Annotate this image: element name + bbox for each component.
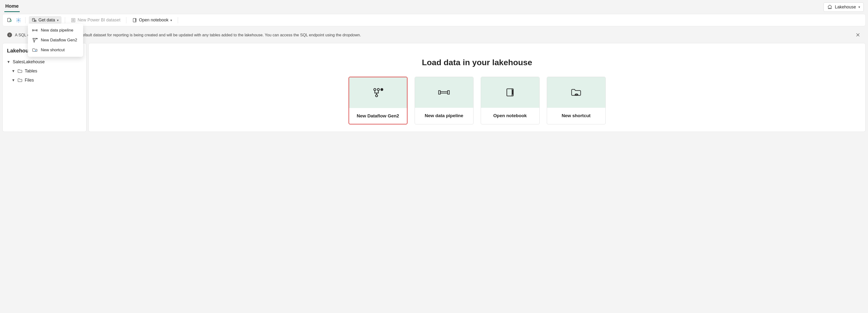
tree-item-tables[interactable]: ▾ Tables bbox=[5, 66, 84, 76]
tree-item-label: Files bbox=[25, 78, 34, 83]
svg-point-15 bbox=[136, 19, 136, 19]
chevron-down-icon: ▾ bbox=[858, 5, 860, 9]
svg-point-28 bbox=[375, 94, 378, 97]
dataflow-icon bbox=[373, 87, 383, 98]
new-powerbi-dataset-button[interactable]: New Power BI dataset bbox=[68, 16, 123, 24]
card-new-shortcut[interactable]: New shortcut bbox=[547, 77, 606, 124]
pipeline-icon bbox=[438, 88, 450, 96]
pipeline-icon bbox=[32, 28, 37, 33]
svg-point-23 bbox=[36, 38, 37, 39]
get-data-dropdown: New data pipeline New Dataflow Gen2 New … bbox=[28, 24, 83, 57]
get-data-button[interactable]: Get data ▾ bbox=[29, 16, 62, 24]
close-icon[interactable] bbox=[855, 32, 861, 38]
svg-rect-20 bbox=[33, 30, 36, 31]
menu-item-new-data-pipeline[interactable]: New data pipeline bbox=[28, 26, 83, 35]
svg-point-33 bbox=[513, 90, 513, 91]
main-canvas: Load data in your lakehouse New Dataflow… bbox=[88, 43, 866, 132]
chevron-down-icon: ▾ bbox=[11, 68, 15, 74]
svg-point-35 bbox=[513, 92, 513, 93]
card-label: Open notebook bbox=[481, 108, 539, 124]
home-tab[interactable]: Home bbox=[4, 2, 20, 12]
menu-item-new-dataflow-gen2[interactable]: New Dataflow Gen2 bbox=[28, 35, 83, 45]
lakehouse-icon bbox=[827, 5, 832, 9]
svg-point-24 bbox=[34, 41, 35, 42]
card-label: New data pipeline bbox=[415, 108, 473, 124]
dataflow-icon bbox=[32, 37, 37, 43]
refresh-icon[interactable] bbox=[6, 17, 13, 24]
card-label: New shortcut bbox=[547, 108, 606, 124]
svg-point-26 bbox=[377, 88, 379, 91]
header: Home Lakehouse ▾ bbox=[0, 0, 868, 12]
card-new-dataflow-gen2[interactable]: New Dataflow Gen2 bbox=[349, 77, 407, 124]
chevron-down-icon: ▾ bbox=[11, 78, 15, 83]
folder-icon bbox=[18, 78, 22, 82]
workspace-label: Lakehouse bbox=[835, 5, 856, 10]
open-notebook-button[interactable]: Open notebook ▾ bbox=[130, 16, 175, 24]
tree-item-label: Tables bbox=[25, 68, 37, 74]
tree-root-label: SalesLakehouse bbox=[13, 59, 45, 64]
settings-gear-icon[interactable] bbox=[15, 17, 22, 24]
chevron-down-icon: ▾ bbox=[6, 59, 10, 64]
separator bbox=[126, 17, 126, 23]
separator bbox=[25, 17, 26, 23]
info-bar: i A SQL eefault dataset for reporting is… bbox=[2, 29, 866, 41]
shortcut-folder-icon bbox=[32, 48, 37, 52]
svg-point-36 bbox=[513, 93, 513, 94]
menu-item-label: New Dataflow Gen2 bbox=[41, 38, 77, 42]
folder-icon bbox=[18, 69, 22, 73]
card-label: New Dataflow Gen2 bbox=[349, 108, 407, 124]
new-dataset-label: New Power BI dataset bbox=[78, 18, 120, 23]
info-text-right: efault dataset for reporting is being cr… bbox=[83, 33, 361, 37]
notebook-icon bbox=[505, 88, 515, 97]
database-icon bbox=[32, 18, 36, 23]
svg-point-21 bbox=[33, 38, 34, 39]
info-icon: i bbox=[7, 32, 12, 37]
svg-point-2 bbox=[32, 18, 35, 19]
get-data-label: Get data bbox=[38, 18, 55, 23]
svg-point-22 bbox=[35, 38, 36, 39]
workspace-switcher[interactable]: Lakehouse ▾ bbox=[824, 2, 864, 12]
chevron-down-icon: ▾ bbox=[170, 18, 172, 22]
svg-point-1 bbox=[18, 20, 19, 21]
page-title: Load data in your lakehouse bbox=[422, 58, 532, 67]
toolbar: Get data ▾ New Power BI dataset Open not… bbox=[2, 14, 866, 26]
shortcut-folder-icon bbox=[571, 88, 581, 97]
menu-item-new-shortcut[interactable]: New shortcut bbox=[28, 45, 83, 55]
card-open-notebook[interactable]: Open notebook bbox=[481, 77, 539, 124]
card-row: New Dataflow Gen2 New data pipeline bbox=[349, 77, 606, 124]
chevron-down-icon: ▾ bbox=[57, 18, 59, 22]
svg-point-27 bbox=[381, 88, 383, 91]
card-new-data-pipeline[interactable]: New data pipeline bbox=[415, 77, 473, 124]
tree-root[interactable]: ▾ SalesLakehouse bbox=[5, 57, 84, 66]
svg-point-34 bbox=[513, 91, 513, 92]
menu-item-label: New data pipeline bbox=[41, 28, 73, 33]
tree-item-files[interactable]: ▾ Files bbox=[5, 76, 84, 85]
dataset-icon bbox=[71, 18, 76, 23]
menu-item-label: New shortcut bbox=[41, 48, 65, 52]
open-notebook-label: Open notebook bbox=[139, 18, 168, 23]
notebook-icon bbox=[132, 18, 137, 23]
info-text-left: A SQL e bbox=[15, 33, 30, 37]
svg-point-25 bbox=[374, 88, 376, 91]
svg-rect-31 bbox=[440, 92, 447, 93]
svg-point-17 bbox=[136, 20, 136, 21]
